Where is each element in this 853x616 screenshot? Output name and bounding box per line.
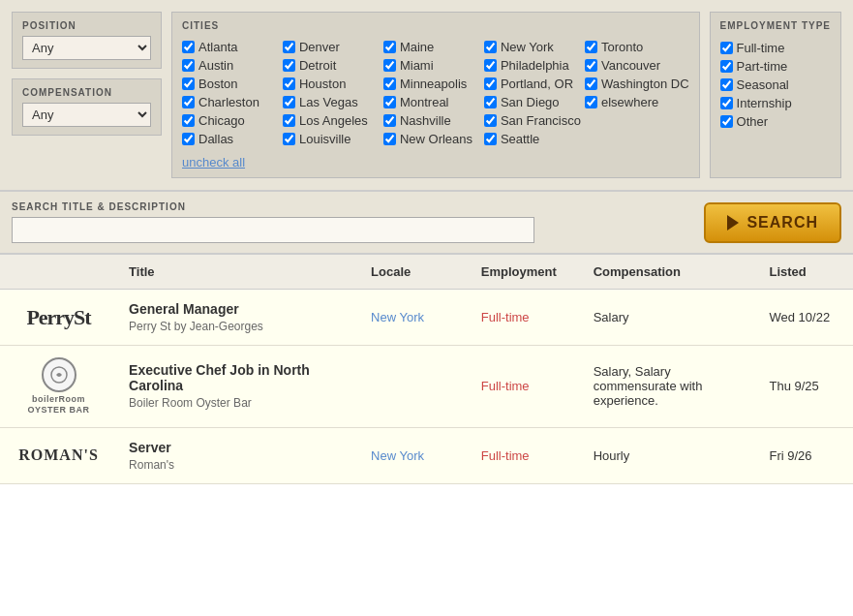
city-checkbox[interactable] — [383, 77, 396, 90]
city-name: elsewhere — [601, 95, 658, 109]
table-row[interactable]: boilerRoomOYSTER BAR Executive Chef Job … — [0, 346, 853, 428]
boiler-logo-circle — [42, 357, 76, 392]
city-checkbox[interactable] — [182, 59, 195, 72]
city-checkbox[interactable] — [182, 114, 195, 127]
job-title[interactable]: General Manager — [129, 301, 348, 317]
employment-type-item: Internship — [720, 94, 831, 112]
logo-cell: boilerRoomOYSTER BAR — [0, 346, 117, 428]
search-button-label: SEARCH — [746, 214, 818, 231]
city-checkbox[interactable] — [383, 133, 396, 145]
filter-section: POSITION Any COMPENSATION Any CITIES Atl… — [0, 0, 853, 192]
city-checkbox[interactable] — [484, 59, 497, 72]
city-name: Washington DC — [601, 77, 689, 91]
city-item: Minneapolis — [383, 76, 480, 92]
compensation-select[interactable]: Any — [22, 103, 151, 127]
city-name: Nashville — [400, 113, 451, 128]
city-checkbox[interactable] — [283, 41, 295, 53]
job-title[interactable]: Executive Chef Job in North Carolina — [129, 362, 348, 393]
city-checkbox[interactable] — [283, 114, 295, 127]
job-title[interactable]: Server — [129, 440, 348, 455]
city-checkbox[interactable] — [484, 133, 497, 145]
city-checkbox[interactable] — [182, 133, 195, 145]
city-checkbox[interactable] — [585, 59, 597, 72]
city-item: San Francisco — [484, 112, 581, 129]
table-row[interactable]: ROMAN'S Server Roman's New YorkFull-time… — [0, 427, 853, 483]
job-company: Roman's — [129, 458, 348, 472]
city-checkbox[interactable] — [182, 96, 195, 108]
city-checkbox[interactable] — [182, 77, 195, 90]
logo-cell: PerrySt — [0, 290, 117, 346]
table-header-row: Title Locale Employment Compensation Lis… — [0, 255, 853, 290]
search-button[interactable]: SEARCH — [704, 202, 841, 243]
boiler-logo-icon — [49, 365, 69, 385]
city-name: Vancouver — [601, 58, 660, 73]
city-name: Charleston — [198, 95, 259, 109]
filter-left: POSITION Any COMPENSATION Any — [12, 12, 162, 178]
employment-type-list: Full-timePart-timeSeasonalInternshipOthe… — [720, 39, 831, 131]
city-checkbox[interactable] — [585, 96, 597, 108]
employment-type-item: Other — [720, 112, 831, 131]
employment-type-label: Seasonal — [737, 77, 789, 92]
listed-cell: Thu 9/25 — [758, 346, 854, 428]
col-header-employment: Employment — [470, 255, 582, 290]
city-item: Nashville — [383, 112, 480, 129]
table-row[interactable]: PerrySt General Manager Perry St by Jean… — [0, 290, 853, 346]
city-checkbox[interactable] — [283, 96, 295, 108]
locale-cell: New York — [359, 290, 470, 346]
city-item: Austin — [182, 57, 279, 74]
city-checkbox[interactable] — [283, 133, 295, 145]
results-section: Title Locale Employment Compensation Lis… — [0, 255, 853, 484]
col-header-listed: Listed — [758, 255, 854, 290]
city-checkbox[interactable] — [283, 59, 295, 72]
city-item: Dallas — [182, 131, 279, 147]
city-name: New York — [501, 40, 554, 54]
city-checkbox[interactable] — [383, 41, 396, 53]
uncheck-all-link[interactable]: uncheck all — [182, 155, 689, 169]
city-item: Boston — [182, 76, 279, 92]
logo-cell: ROMAN'S — [0, 427, 117, 483]
compensation-cell: Salary — [582, 290, 758, 346]
city-name: Dallas — [198, 132, 233, 146]
employment-type-checkbox[interactable] — [720, 115, 733, 128]
city-checkbox[interactable] — [484, 114, 497, 127]
employment-type-checkbox[interactable] — [720, 42, 733, 54]
city-checkbox[interactable] — [484, 96, 497, 108]
city-checkbox[interactable] — [585, 41, 597, 53]
search-input[interactable] — [12, 217, 534, 243]
city-checkbox[interactable] — [383, 114, 396, 127]
city-item: San Diego — [484, 94, 581, 110]
city-item: Maine — [383, 39, 480, 55]
results-table: Title Locale Employment Compensation Lis… — [0, 255, 853, 484]
perry-logo: PerrySt — [12, 305, 106, 330]
city-checkbox[interactable] — [283, 77, 295, 90]
city-item: Louisville — [283, 131, 380, 147]
city-item: elsewhere — [585, 94, 689, 110]
city-checkbox[interactable] — [484, 41, 497, 53]
city-name: San Diego — [501, 95, 560, 109]
city-name: Miami — [400, 58, 434, 73]
city-item: Seattle — [484, 131, 581, 147]
employment-type-checkbox[interactable] — [720, 97, 733, 109]
compensation-box: COMPENSATION Any — [12, 78, 162, 136]
city-checkbox[interactable] — [383, 96, 396, 108]
play-icon — [727, 215, 739, 231]
city-item: Charleston — [182, 94, 279, 110]
employment-type-checkbox[interactable] — [720, 78, 733, 91]
city-name: Detroit — [299, 58, 336, 73]
city-checkbox[interactable] — [182, 41, 195, 53]
cities-box: CITIES AtlantaDenverMaineNew YorkToronto… — [171, 12, 700, 178]
city-item: Detroit — [283, 57, 380, 74]
city-name: Minneapolis — [400, 77, 467, 91]
compensation-cell: Salary, Salary commensurate with experie… — [582, 346, 758, 428]
city-checkbox[interactable] — [484, 77, 497, 90]
employment-type-checkbox[interactable] — [720, 60, 733, 73]
city-item: Las Vegas — [283, 94, 380, 110]
cities-grid: AtlantaDenverMaineNew YorkTorontoAustinD… — [182, 39, 689, 147]
search-left: SEARCH TITLE & DESCRIPTION — [12, 201, 685, 243]
city-checkbox[interactable] — [383, 59, 396, 72]
city-checkbox[interactable] — [585, 77, 597, 90]
locale-cell: New York — [359, 427, 470, 483]
position-select[interactable]: Any — [22, 36, 151, 60]
city-name: Houston — [299, 77, 346, 91]
city-item: Portland, OR — [484, 76, 581, 92]
